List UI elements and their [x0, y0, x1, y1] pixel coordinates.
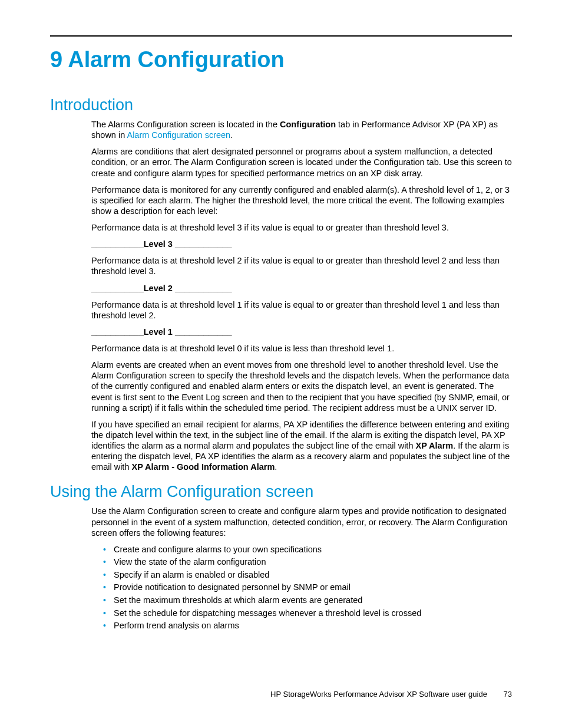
- alarm-config-screen-link[interactable]: Alarm Configuration screen: [127, 130, 230, 140]
- page-number: 73: [504, 690, 512, 699]
- level-3-label: ___________Level 3 ____________: [91, 239, 512, 249]
- using-p1: Use the Alarm Configuration screen to cr…: [91, 506, 512, 538]
- level-2-label: ___________Level 2 ____________: [91, 283, 512, 294]
- footer-text: HP StorageWorks Performance Advisor XP S…: [270, 690, 487, 699]
- list-item: Set the schedule for dispatching message…: [103, 608, 512, 620]
- feature-list: Create and configure alarms to your own …: [103, 544, 512, 632]
- using-heading: Using the Alarm Configuration screen: [50, 483, 512, 501]
- text: .: [230, 130, 233, 140]
- intro-p6: Performance data is at threshold level 1…: [91, 299, 512, 321]
- intro-p2: Alarms are conditions that alert designa…: [91, 146, 512, 178]
- chapter-title: 9 Alarm Configuration: [50, 47, 512, 73]
- text: The Alarms Configuration screen is locat…: [91, 120, 280, 129]
- intro-p3: Performance data is monitored for any cu…: [91, 185, 512, 216]
- using-body: Use the Alarm Configuration screen to cr…: [91, 506, 512, 631]
- intro-p9: If you have specified an email recipient…: [91, 419, 512, 473]
- intro-p7: Performance data is at threshold level 0…: [91, 343, 512, 354]
- list-item: View the state of the alarm configuratio…: [103, 556, 512, 568]
- bold-text: XP Alarm - Good Information Alarm: [132, 462, 275, 472]
- text: .: [275, 462, 277, 472]
- bold-text: Configuration: [280, 120, 336, 129]
- intro-p4: Performance data is at threshold level 3…: [91, 222, 512, 233]
- page: 9 Alarm Configuration Introduction The A…: [0, 0, 562, 728]
- intro-p8: Alarm events are created when an event m…: [91, 360, 512, 413]
- intro-p5: Performance data is at threshold level 2…: [91, 255, 512, 276]
- list-item: Set the maximum thresholds at which alar…: [103, 595, 512, 607]
- top-rule: [50, 35, 512, 37]
- list-item: Create and configure alarms to your own …: [103, 544, 512, 556]
- page-footer: HP StorageWorks Performance Advisor XP S…: [270, 690, 512, 699]
- intro-heading: Introduction: [50, 96, 512, 114]
- list-item: Provide notification to designated perso…: [103, 582, 512, 594]
- bold-text: XP Alarm: [416, 441, 454, 450]
- list-item: Perform trend analysis on alarms: [103, 620, 512, 632]
- level-1-label: ___________Level 1 ____________: [91, 327, 512, 337]
- list-item: Specify if an alarm is enabled or disabl…: [103, 569, 512, 581]
- intro-p1: The Alarms Configuration screen is locat…: [91, 119, 512, 140]
- intro-body: The Alarms Configuration screen is locat…: [91, 119, 512, 472]
